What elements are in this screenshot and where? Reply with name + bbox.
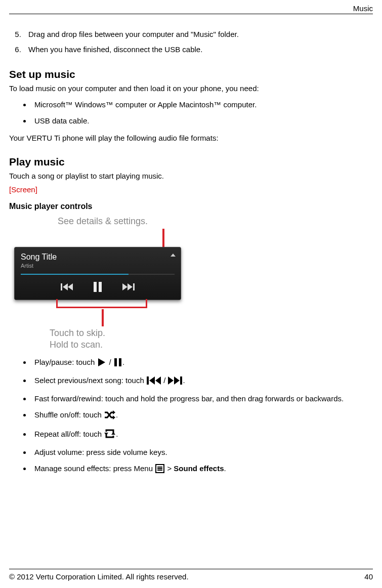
svg-rect-11 [147, 376, 149, 385]
page-number: 40 [364, 572, 373, 581]
setup-bullets: Microsoft™ Windows™ computer or Apple Ma… [9, 100, 373, 127]
skip-next-icon [168, 376, 182, 388]
numbered-steps: Drag and drop files between your compute… [9, 29, 373, 55]
heading-play-music: Play music [9, 156, 373, 168]
text: . [116, 410, 118, 419]
svg-rect-3 [94, 282, 97, 292]
list-item: Shuffle on/off: touch . [31, 410, 373, 422]
svg-marker-14 [168, 376, 174, 385]
svg-marker-12 [149, 376, 155, 385]
artist-name: Artist [21, 263, 175, 269]
player-figure: See details & settings. Song Title Artis… [14, 216, 191, 351]
setup-outro: Your VERTU Ti phone will play the follow… [9, 133, 373, 143]
repeat-icon [104, 429, 115, 441]
next-track-icon[interactable] [122, 282, 135, 293]
caption-bottom-line1: Touch to skip. [50, 328, 105, 338]
song-title: Song Title [21, 253, 175, 262]
player-controls-row [21, 282, 175, 293]
list-item: Play/pause: touch / . [31, 357, 373, 369]
svg-marker-17 [113, 410, 115, 414]
svg-marker-13 [155, 376, 161, 385]
pause-icon [114, 358, 122, 369]
setup-intro: To load music on your computer and then … [9, 83, 373, 94]
svg-rect-9 [114, 358, 117, 366]
controls-bullets: Play/pause: touch / . Select previous/ne… [9, 357, 373, 476]
top-rule [9, 14, 373, 14]
step-item: When you have finished, disconnect the U… [23, 45, 373, 55]
screen-placeholder: [Screen] [9, 185, 373, 194]
text: / [163, 376, 167, 385]
list-item: Adjust volume: press side volume keys. [31, 447, 373, 457]
svg-marker-5 [122, 283, 128, 290]
page-footer: © 2012 Vertu Corporation Limited. All ri… [9, 569, 373, 581]
skip-prev-icon [147, 376, 161, 388]
subhead-controls: Music player controls [9, 202, 373, 211]
svg-marker-1 [63, 283, 68, 290]
expand-caret-icon[interactable] [171, 254, 176, 257]
prev-track-icon[interactable] [61, 282, 73, 293]
text: Shuffle on/off: touch [34, 410, 104, 419]
list-item: Repeat all/off: touch . [31, 429, 373, 441]
svg-rect-16 [180, 376, 182, 385]
svg-rect-0 [61, 283, 62, 290]
svg-marker-2 [68, 283, 73, 290]
list-item: Manage sound effects: press Menu > Sound… [31, 464, 373, 476]
text: . [224, 464, 226, 473]
text: > [167, 464, 174, 473]
section-label: Music [9, 0, 373, 14]
text: Repeat all/off: touch [34, 430, 104, 438]
text: Manage sound effects: press Menu [34, 464, 155, 473]
figure-caption-bottom: Touch to skip. Hold to scan. [50, 327, 191, 351]
list-item: USB data cable. [31, 116, 373, 126]
svg-marker-8 [98, 358, 105, 366]
svg-rect-7 [133, 283, 135, 290]
list-item: Fast forward/rewind: touch and hold the … [31, 394, 373, 404]
heading-setup-music: Set up music [9, 68, 373, 80]
callout-bracket [56, 299, 147, 308]
progress-fill [21, 274, 129, 275]
step-item: Drag and drop files between your compute… [23, 29, 373, 39]
text: . [122, 358, 124, 366]
svg-rect-10 [119, 358, 121, 366]
list-item: Select previous/next song: touch / . [31, 375, 373, 388]
play-icon [97, 358, 106, 369]
text: / [109, 358, 113, 366]
copyright: © 2012 Vertu Corporation Limited. All ri… [9, 572, 189, 581]
text: Play/pause: touch [34, 358, 97, 366]
sound-effects-label: Sound effects [174, 464, 224, 473]
progress-track[interactable] [21, 274, 175, 275]
callout-line-bottom [102, 309, 104, 326]
text: . [183, 376, 185, 385]
svg-marker-6 [128, 283, 133, 290]
pause-icon[interactable] [93, 282, 102, 293]
text: . [116, 430, 118, 438]
figure-caption-top: See details & settings. [14, 216, 191, 227]
shuffle-icon [104, 410, 115, 422]
svg-marker-20 [111, 432, 115, 435]
svg-marker-15 [174, 376, 180, 385]
caption-bottom-line2: Hold to scan. [50, 340, 103, 350]
music-player-card: Song Title Artist [14, 247, 181, 300]
menu-icon [155, 464, 164, 476]
svg-marker-19 [104, 433, 108, 435]
list-item: Microsoft™ Windows™ computer or Apple Ma… [31, 100, 373, 110]
play-intro: Touch a song or playlist to start playin… [9, 171, 373, 181]
callout-line-top [162, 229, 164, 247]
text: Select previous/next song: touch [34, 376, 146, 385]
svg-rect-4 [99, 282, 102, 292]
svg-marker-18 [113, 415, 115, 419]
